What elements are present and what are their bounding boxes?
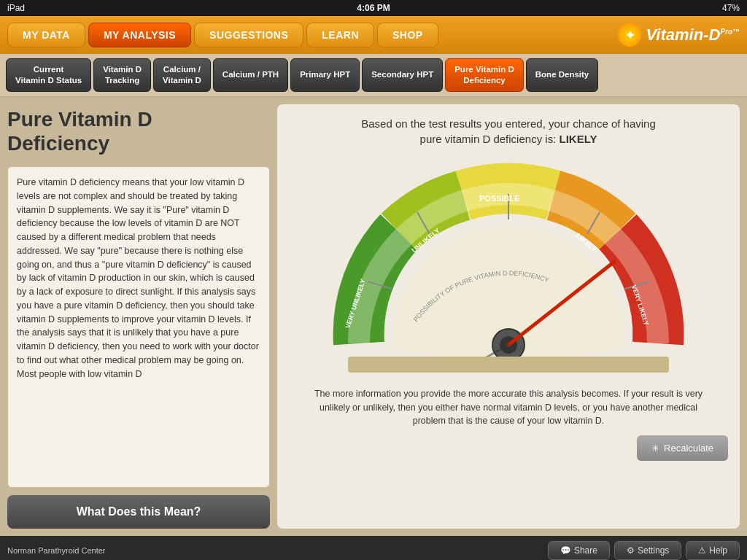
- svg-rect-16: [348, 357, 669, 373]
- subtab-bone-density[interactable]: Bone Density: [526, 58, 599, 92]
- subtab-vd-tracking[interactable]: Vitamin DTracking: [93, 58, 151, 92]
- share-label: Share: [574, 545, 597, 556]
- footer-label: Norman Parathyroid Center: [7, 546, 543, 555]
- tab-learn[interactable]: LEARN: [306, 23, 374, 47]
- device-label: iPad: [7, 3, 25, 13]
- subtab-pure-vd-deficiency[interactable]: Pure Vitamin DDeficiency: [445, 58, 524, 92]
- description-text: Pure vitamin D deficiency means that you…: [17, 176, 260, 381]
- top-nav: MY DATA MY ANALYSIS SUGGESTIONS LEARN SH…: [0, 16, 747, 54]
- status-bar: iPad 4:06 PM 47%: [0, 0, 747, 16]
- tab-my-analysis[interactable]: MY ANALYSIS: [88, 23, 191, 47]
- sub-nav: CurrentVitamin D Status Vitamin DTrackin…: [0, 54, 747, 97]
- battery-label: 47%: [722, 3, 740, 13]
- gauge-container: POSSIBILITY OF PURE VITAMIN D DEFICIENCY…: [304, 154, 713, 380]
- subtab-primary-hpt[interactable]: Primary HPT: [290, 58, 360, 92]
- share-button[interactable]: 💬 Share: [548, 541, 610, 560]
- page-title: Pure Vitamin DDeficiency: [7, 104, 270, 159]
- time-label: 4:06 PM: [357, 3, 390, 13]
- subtab-calcium-pth[interactable]: Calcium / PTH: [213, 58, 288, 92]
- left-panel: Pure Vitamin DDeficiency Pure vitamin D …: [7, 104, 270, 529]
- description-box: Pure vitamin D deficiency means that you…: [7, 166, 270, 488]
- recalculate-button[interactable]: ✳ Recalculate: [637, 435, 728, 461]
- logo-icon: ✦: [618, 23, 641, 47]
- settings-label: Settings: [638, 545, 669, 556]
- app-logo: ✦ Vitamin-DPro™: [618, 23, 740, 47]
- bottom-bar: Norman Parathyroid Center 💬 Share ⚙ Sett…: [0, 536, 747, 560]
- right-panel: Based on the test results you entered, y…: [277, 104, 740, 529]
- subtab-secondary-hpt[interactable]: Secondary HPT: [362, 58, 443, 92]
- share-icon: 💬: [560, 545, 571, 556]
- subtab-calcium-vd[interactable]: Calcium /Vitamin D: [153, 58, 211, 92]
- result-description: The more information you provide the mor…: [311, 387, 705, 428]
- recalculate-icon: ✳: [651, 443, 659, 454]
- tab-shop[interactable]: SHOP: [377, 23, 438, 47]
- settings-icon: ⚙: [627, 545, 635, 556]
- tab-my-data[interactable]: MY DATA: [7, 23, 85, 47]
- subtab-current-vd-status[interactable]: CurrentVitamin D Status: [6, 58, 91, 92]
- tab-suggestions[interactable]: SUGGESTIONS: [194, 23, 303, 47]
- help-button[interactable]: ⚠ Help: [686, 541, 740, 560]
- logo-text: Vitamin-DPro™: [646, 26, 740, 44]
- settings-button[interactable]: ⚙ Settings: [614, 541, 681, 560]
- help-icon: ⚠: [698, 545, 706, 556]
- svg-text:POSSIBLE: POSSIBLE: [479, 194, 520, 203]
- help-label: Help: [709, 545, 727, 556]
- what-does-mean-button[interactable]: What Does this Mean?: [7, 495, 270, 529]
- main-content: Pure Vitamin DDeficiency Pure vitamin D …: [0, 97, 747, 536]
- result-title: Based on the test results you entered, y…: [361, 116, 656, 147]
- recalculate-label: Recalculate: [664, 443, 713, 454]
